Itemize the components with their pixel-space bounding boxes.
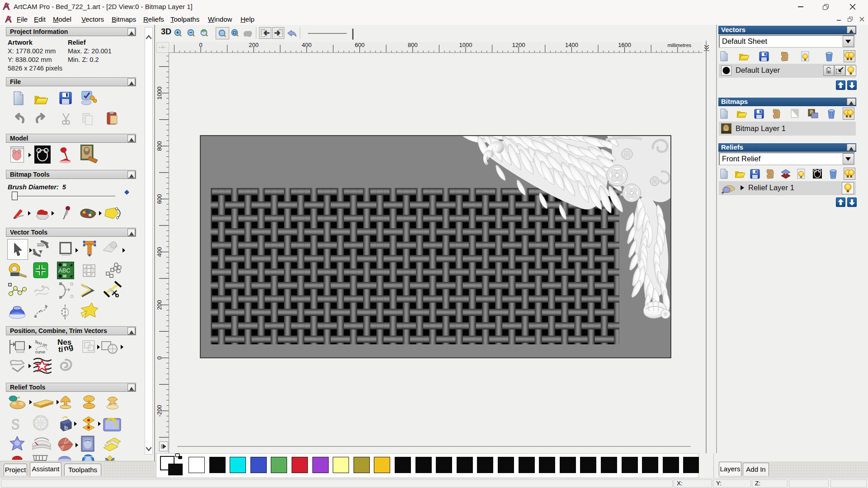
- svg-text:millimetres: millimetres: [667, 42, 691, 48]
- svg-text:1000: 1000: [459, 42, 472, 48]
- svg-text:-200: -200: [156, 405, 163, 417]
- svg-text:400: 400: [156, 247, 163, 257]
- svg-text:curve: curve: [35, 350, 45, 354]
- svg-text:ABC: ABC: [58, 267, 71, 274]
- svg-text:800: 800: [408, 42, 418, 48]
- svg-text:600: 600: [156, 194, 163, 204]
- svg-text:1200: 1200: [512, 42, 525, 48]
- svg-text:1400: 1400: [565, 42, 578, 48]
- svg-text:400: 400: [302, 42, 312, 48]
- svg-text:800: 800: [156, 141, 163, 151]
- svg-text:200: 200: [249, 42, 259, 48]
- svg-text:0: 0: [199, 42, 202, 48]
- svg-text:ti: ti: [58, 345, 63, 354]
- svg-text:600: 600: [355, 42, 365, 48]
- svg-text:200: 200: [156, 300, 163, 310]
- svg-text:0: 0: [156, 356, 163, 359]
- svg-text:1000: 1000: [156, 87, 163, 100]
- svg-text:ng: ng: [63, 342, 74, 352]
- svg-text:S: S: [11, 416, 20, 432]
- svg-text:1600: 1600: [618, 42, 631, 48]
- svg-text:+: +: [721, 189, 725, 195]
- svg-text:b: b: [64, 424, 68, 431]
